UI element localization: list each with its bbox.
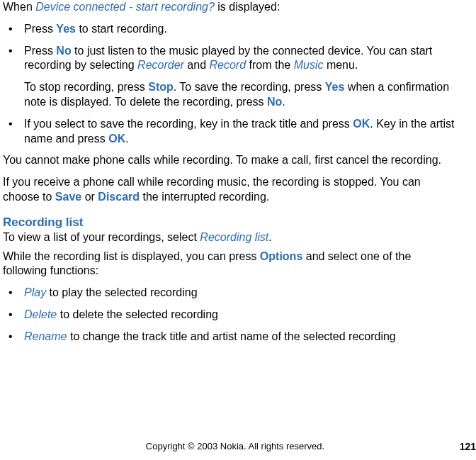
text: to start recording. bbox=[76, 23, 167, 35]
menu-music: Music bbox=[294, 59, 324, 71]
text: Press bbox=[24, 23, 56, 35]
list-item: Rename to change the track title and art… bbox=[3, 330, 462, 344]
intro-line: When Device connected - start recording?… bbox=[3, 0, 462, 15]
text: . bbox=[268, 231, 271, 243]
option-delete: Delete bbox=[24, 308, 57, 320]
text: To view a list of your recordings, selec… bbox=[3, 231, 200, 243]
key-no: No bbox=[267, 96, 282, 108]
menu-record: Record bbox=[210, 59, 246, 71]
text: While the recording list is displayed, y… bbox=[3, 250, 260, 262]
section-intro: To view a list of your recordings, selec… bbox=[3, 230, 462, 245]
section-heading-recording-list: Recording list bbox=[3, 215, 462, 230]
paragraph-cannot-call: You cannot make phone calls while record… bbox=[3, 153, 462, 168]
section-lead: While the recording list is displayed, y… bbox=[3, 249, 462, 279]
list-item-para: To stop recording, press Stop. To save t… bbox=[24, 80, 462, 110]
list-item: If you select to save the recording, key… bbox=[3, 117, 462, 147]
list-item: Delete to delete the selected recording bbox=[3, 308, 462, 322]
bullet-list-1: Press Yes to start recording. Press No t… bbox=[3, 22, 462, 147]
key-yes: Yes bbox=[325, 81, 345, 93]
text: to play the selected recording bbox=[46, 286, 197, 298]
page-footer: Copyright © 2003 Nokia. All rights reser… bbox=[0, 441, 476, 453]
key-ok: OK bbox=[108, 133, 125, 145]
menu-recorder: Recorder bbox=[137, 59, 184, 71]
list-item: Press Yes to start recording. bbox=[3, 22, 462, 37]
list-item-para: Press No to just listen to the music pla… bbox=[24, 44, 462, 74]
text: . To save the recording, press bbox=[174, 81, 325, 93]
text: When bbox=[3, 1, 35, 13]
manual-page: When Device connected - start recording?… bbox=[0, 0, 476, 460]
text: is displayed: bbox=[215, 1, 280, 13]
text: menu. bbox=[323, 59, 358, 71]
key-save: Save bbox=[55, 191, 81, 203]
list-item: Press No to just listen to the music pla… bbox=[3, 44, 462, 110]
text: If you select to save the recording, key… bbox=[24, 118, 353, 130]
bullet-list-2: Play to play the selected recording Dele… bbox=[3, 286, 462, 344]
ui-prompt: Device connected - start recording? bbox=[35, 1, 215, 13]
menu-recording-list: Recording list bbox=[200, 231, 268, 243]
page-number: 121 bbox=[460, 440, 476, 453]
text: to change the track title and artist nam… bbox=[67, 330, 395, 342]
key-options: Options bbox=[260, 250, 302, 262]
text: To stop recording, press bbox=[24, 81, 148, 93]
key-stop: Stop bbox=[148, 81, 174, 93]
text: Press bbox=[24, 45, 56, 57]
copyright-text: Copyright © 2003 Nokia. All rights reser… bbox=[3, 441, 468, 453]
key-yes: Yes bbox=[56, 23, 76, 35]
paragraph-call-received: If you receive a phone call while record… bbox=[3, 175, 462, 205]
key-ok: OK bbox=[353, 118, 370, 130]
key-no: No bbox=[56, 45, 71, 57]
text: or bbox=[81, 191, 98, 203]
text: . bbox=[125, 133, 128, 145]
key-discard: Discard bbox=[98, 191, 140, 203]
list-item: Play to play the selected recording bbox=[3, 286, 462, 301]
text: the interrupted recording. bbox=[140, 191, 269, 203]
option-rename: Rename bbox=[24, 330, 67, 342]
text: from the bbox=[246, 59, 294, 71]
text: and bbox=[184, 59, 210, 71]
text: . bbox=[282, 96, 285, 108]
text: to delete the selected recording bbox=[57, 308, 218, 320]
option-play: Play bbox=[24, 286, 46, 298]
